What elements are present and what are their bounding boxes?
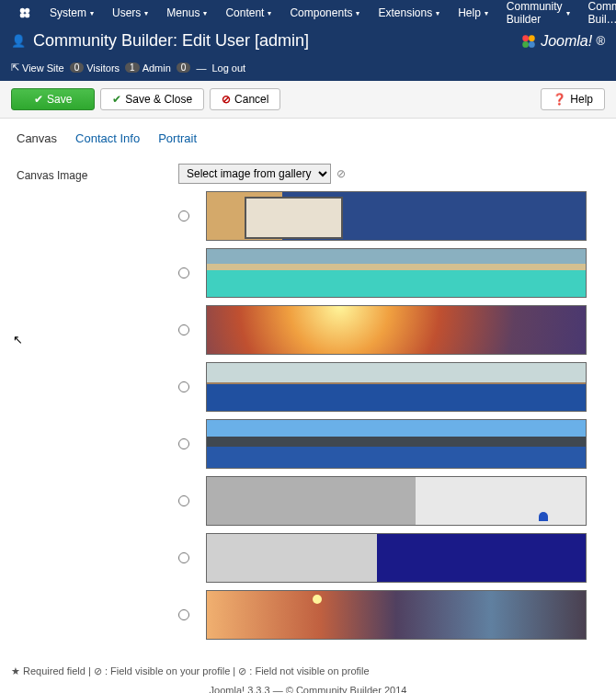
app-name[interactable]: Community Buil… ⇱ bbox=[579, 0, 616, 29]
svg-point-5 bbox=[529, 35, 535, 41]
menu-menus[interactable]: Menus▾ bbox=[157, 0, 216, 29]
cancel-icon: ⊘ bbox=[222, 93, 231, 106]
check-icon: ✔ bbox=[112, 93, 121, 106]
gallery-option-6 bbox=[178, 476, 599, 526]
toolbar: ✔Save ✔Save & Close ⊘Cancel ❓Help bbox=[0, 81, 616, 119]
field-label: Canvas Image bbox=[17, 164, 164, 182]
footer-legend: ★ Required field | ⊘ : Field visible on … bbox=[0, 651, 616, 681]
joomla-logo-icon[interactable] bbox=[9, 0, 40, 29]
menu-components[interactable]: Components▾ bbox=[280, 0, 369, 29]
caret-down-icon: ▾ bbox=[356, 9, 359, 17]
svg-point-1 bbox=[25, 8, 29, 13]
gallery-thumb-3[interactable] bbox=[206, 305, 587, 355]
gallery-option-7 bbox=[178, 533, 599, 583]
joomla-logo: Joomla!® bbox=[520, 33, 605, 50]
svg-point-4 bbox=[522, 35, 529, 41]
footer-version: Joomla! 3.3.3 — © Community Builder 2014 bbox=[0, 681, 616, 693]
status-bar: ⇱ View Site 0Visitors 1Admin 0 — Log out bbox=[0, 60, 616, 81]
save-close-button[interactable]: ✔Save & Close bbox=[100, 88, 204, 110]
top-right-controls: Community Buil… ⇱ ⚙ ▾ bbox=[579, 0, 616, 29]
caret-down-icon: ▾ bbox=[203, 9, 207, 17]
tab-portrait[interactable]: Portrait bbox=[158, 130, 197, 147]
tabs: Canvas Contact Info Portrait bbox=[17, 130, 599, 147]
gallery-option-1 bbox=[178, 191, 599, 241]
svg-point-2 bbox=[20, 13, 25, 17]
gallery-thumb-4[interactable] bbox=[206, 362, 587, 412]
menu-extensions[interactable]: Extensions▾ bbox=[369, 0, 449, 29]
gallery-thumb-6[interactable] bbox=[206, 476, 587, 526]
check-icon: ✔ bbox=[34, 93, 43, 106]
view-site-link[interactable]: ⇱ View Site bbox=[11, 62, 64, 74]
main-menu: System▾ Users▾ Menus▾ Content▾ Component… bbox=[9, 0, 579, 29]
caret-down-icon: ▾ bbox=[436, 9, 439, 17]
page-title: 👤Community Builder: Edit User [admin] bbox=[11, 31, 309, 51]
caret-down-icon: ▾ bbox=[90, 9, 94, 17]
content-area: Canvas Contact Info Portrait Canvas Imag… bbox=[0, 119, 616, 651]
gallery-option-5 bbox=[178, 419, 599, 469]
gallery-radio-7[interactable] bbox=[178, 552, 189, 563]
svg-point-3 bbox=[25, 13, 29, 17]
caret-down-icon: ▾ bbox=[566, 9, 570, 17]
menu-help[interactable]: Help▾ bbox=[449, 0, 497, 29]
visibility-icon: ⊘ bbox=[337, 167, 346, 180]
gallery-radio-5[interactable] bbox=[178, 438, 189, 449]
gallery-thumb-8[interactable] bbox=[206, 590, 587, 640]
gallery-option-3 bbox=[178, 305, 599, 355]
page-header: 👤Community Builder: Edit User [admin] Jo… bbox=[0, 26, 616, 60]
visitors-count[interactable]: 0Visitors bbox=[70, 62, 120, 74]
svg-point-6 bbox=[522, 41, 529, 48]
menu-community-builder[interactable]: Community Builder▾ bbox=[497, 0, 579, 29]
gallery-radio-1[interactable] bbox=[178, 210, 189, 222]
gallery-options bbox=[178, 191, 599, 640]
save-button[interactable]: ✔Save bbox=[11, 88, 95, 110]
gallery-radio-4[interactable] bbox=[178, 381, 189, 392]
gallery-radio-2[interactable] bbox=[178, 267, 189, 278]
top-menu-bar: System▾ Users▾ Menus▾ Content▾ Component… bbox=[0, 0, 616, 26]
menu-users[interactable]: Users▾ bbox=[103, 0, 157, 29]
gallery-thumb-1[interactable] bbox=[206, 191, 587, 241]
gallery-radio-6[interactable] bbox=[178, 495, 189, 506]
user-icon: 👤 bbox=[11, 34, 26, 48]
gallery-option-8 bbox=[178, 590, 599, 640]
gallery-thumb-7[interactable] bbox=[206, 533, 587, 583]
tab-canvas[interactable]: Canvas bbox=[17, 130, 57, 147]
gallery-option-4 bbox=[178, 362, 599, 412]
caret-down-icon: ▾ bbox=[485, 9, 488, 17]
menu-system[interactable]: System▾ bbox=[40, 0, 103, 29]
cancel-button[interactable]: ⊘Cancel bbox=[210, 88, 280, 110]
separator: — bbox=[196, 62, 206, 74]
svg-point-0 bbox=[20, 8, 25, 13]
admin-count[interactable]: 1Admin bbox=[125, 62, 171, 74]
question-icon: ❓ bbox=[553, 93, 566, 106]
gallery-option-2 bbox=[178, 248, 599, 298]
gallery-radio-8[interactable] bbox=[178, 609, 189, 620]
caret-down-icon: ▾ bbox=[144, 9, 148, 17]
gallery-thumb-5[interactable] bbox=[206, 419, 587, 469]
menu-content[interactable]: Content▾ bbox=[216, 0, 280, 29]
logout-link[interactable]: Log out bbox=[211, 62, 245, 74]
messages-count[interactable]: 0 bbox=[177, 62, 191, 73]
gallery-select[interactable]: Select image from gallery bbox=[178, 164, 331, 184]
gallery-thumb-2[interactable] bbox=[206, 248, 587, 298]
caret-down-icon: ▾ bbox=[268, 9, 271, 17]
svg-point-7 bbox=[529, 41, 535, 48]
canvas-image-row: Canvas Image Select image from gallery ⊘ bbox=[17, 164, 599, 640]
help-button[interactable]: ❓Help bbox=[541, 88, 605, 110]
tab-contact-info[interactable]: Contact Info bbox=[75, 130, 140, 147]
gallery-radio-3[interactable] bbox=[178, 324, 189, 335]
